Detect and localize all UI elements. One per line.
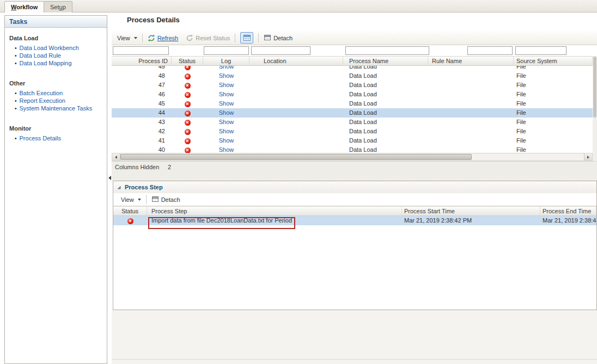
error-status-icon: × — [185, 101, 191, 107]
step-column-header-process-end-time[interactable]: Process End Time — [540, 207, 596, 216]
error-status-icon: × — [185, 129, 191, 135]
status-cell: × — [172, 81, 203, 90]
sidebar-link-batch-execution[interactable]: Batch Execution — [20, 90, 63, 96]
tab-workflow[interactable]: Workflow — [4, 1, 44, 13]
tab-workflow-label: Workflow — [11, 4, 38, 10]
splitter-collapse-arrow[interactable] — [108, 176, 111, 180]
columns-hidden-label: Columns Hidden — [115, 164, 159, 170]
show-log-link[interactable]: Show — [219, 91, 234, 97]
process-row-43[interactable]: 43×ShowData LoadFile — [112, 118, 593, 127]
sidebar-link-process-details[interactable]: Process Details — [20, 135, 61, 141]
toolbar-separator — [142, 33, 143, 42]
show-log-link[interactable]: Show — [219, 146, 234, 153]
show-log-link[interactable]: Show — [219, 82, 234, 88]
status-cell: × — [172, 90, 203, 99]
step-detach-button[interactable]: Detach — [151, 196, 180, 203]
column-header-location[interactable]: Location — [249, 57, 343, 66]
column-header-log[interactable]: Log — [203, 57, 249, 66]
bullet-icon: • — [15, 106, 17, 112]
filter-input-rule-name[interactable] — [467, 46, 513, 55]
source-system-cell: File — [514, 71, 593, 81]
show-log-link[interactable]: Show — [219, 100, 234, 107]
bullet-icon: • — [15, 98, 17, 104]
log-cell: Show — [203, 81, 249, 90]
show-log-link[interactable]: Show — [219, 128, 234, 134]
scroll-right-button[interactable] — [584, 153, 592, 161]
vertical-scrollbar-thumb[interactable] — [593, 57, 596, 118]
process-row-48[interactable]: 48×ShowData LoadFile — [112, 71, 593, 81]
rule-name-cell — [428, 66, 514, 71]
step-table-body: ×Import data from file Dec2018LoanData.t… — [113, 216, 596, 225]
reset-status-button[interactable]: Reset Status — [186, 34, 230, 42]
column-header-process-id[interactable]: Process ID — [112, 57, 172, 66]
step-row[interactable]: ×Import data from file Dec2018LoanData.t… — [113, 216, 596, 225]
show-log-link[interactable]: Show — [219, 72, 234, 79]
filter-input-source-system[interactable] — [515, 46, 566, 55]
process-row-41[interactable]: 41×ShowData LoadFile — [112, 136, 593, 145]
bullet-icon: • — [15, 53, 17, 59]
horizontal-scrollbar-thumb[interactable] — [120, 154, 472, 160]
process-row-45[interactable]: 45×ShowData LoadFile — [112, 99, 593, 108]
vertical-scrollbar[interactable] — [593, 56, 597, 153]
process-id-cell: 40 — [112, 145, 172, 153]
step-column-header-process-step[interactable]: Process Step — [147, 207, 402, 216]
filter-input-location[interactable] — [251, 46, 310, 55]
tab-setup[interactable]: Setup — [44, 1, 72, 13]
column-header-process-name[interactable]: Process Name — [343, 57, 428, 66]
rule-name-cell — [428, 118, 514, 127]
filter-input-process-id[interactable] — [113, 46, 169, 55]
step-column-header-process-start-time[interactable]: Process Start Time — [402, 207, 540, 216]
filter-input-process-name[interactable] — [345, 46, 429, 55]
step-table-header: StatusProcess StepProcess Start TimeProc… — [113, 206, 596, 216]
refresh-button[interactable]: Refresh — [148, 34, 179, 42]
column-header-source-system[interactable]: Source System — [514, 57, 593, 66]
error-status-icon: × — [185, 147, 191, 153]
show-log-link[interactable]: Show — [219, 137, 234, 144]
step-column-header-status[interactable]: Status — [113, 207, 147, 216]
columns-hidden-value: 2 — [168, 164, 171, 170]
process-row-40[interactable]: 40×ShowData LoadFile — [112, 145, 593, 153]
detach-button[interactable]: Detach — [264, 34, 293, 41]
view-menu-button[interactable]: View — [117, 35, 137, 41]
show-log-link[interactable]: Show — [219, 109, 234, 116]
query-by-example-toggle-button[interactable] — [240, 32, 253, 44]
process-row-49[interactable]: 49×ShowData LoadFile — [112, 66, 593, 71]
sidebar-title: Tasks — [5, 16, 107, 28]
sidebar-item-report-execution: •Report Execution — [15, 97, 107, 104]
show-log-link[interactable]: Show — [219, 119, 234, 125]
rule-name-cell — [428, 71, 514, 81]
location-cell — [249, 71, 343, 81]
process-row-46[interactable]: 46×ShowData LoadFile — [112, 90, 593, 99]
process-row-44[interactable]: 44×ShowData LoadFile — [112, 108, 593, 118]
status-cell: × — [172, 66, 203, 71]
column-header-status[interactable]: Status — [172, 57, 203, 66]
detach-label: Detach — [273, 35, 293, 41]
process-row-47[interactable]: 47×ShowData LoadFile — [112, 81, 593, 90]
chevron-down-icon — [138, 199, 141, 201]
sidebar-link-data-load-rule[interactable]: Data Load Rule — [20, 52, 61, 59]
step-view-menu-button[interactable]: View — [121, 196, 141, 203]
sidebar-link-system-maintenance-tasks[interactable]: System Maintenance Tasks — [20, 105, 93, 112]
process-step-panel-header[interactable]: Process Step — [113, 181, 596, 193]
location-cell — [249, 108, 343, 118]
column-header-rule-name[interactable]: Rule Name — [428, 57, 514, 66]
process-name-cell: Data Load — [343, 127, 428, 136]
status-cell: × — [172, 136, 203, 145]
scrollbar-corner — [593, 153, 597, 161]
process-id-cell: 43 — [112, 118, 172, 127]
rule-name-cell — [428, 145, 514, 153]
filter-input-log[interactable] — [204, 46, 249, 55]
source-system-cell: File — [514, 99, 593, 108]
source-system-cell: File — [514, 118, 593, 127]
process-id-cell: 44 — [112, 108, 172, 118]
scroll-left-button[interactable] — [112, 153, 120, 161]
process-id-cell: 41 — [112, 136, 172, 145]
horizontal-scrollbar[interactable] — [112, 153, 593, 161]
sidebar-link-data-load-mapping[interactable]: Data Load Mapping — [20, 60, 72, 66]
show-log-link[interactable]: Show — [219, 66, 234, 70]
toolbar-separator — [235, 33, 235, 42]
sidebar-link-data-load-workbench[interactable]: Data Load Workbench — [20, 45, 79, 51]
disclosure-triangle-icon — [117, 185, 121, 190]
process-row-42[interactable]: 42×ShowData LoadFile — [112, 127, 593, 136]
sidebar-link-report-execution[interactable]: Report Execution — [20, 97, 65, 104]
